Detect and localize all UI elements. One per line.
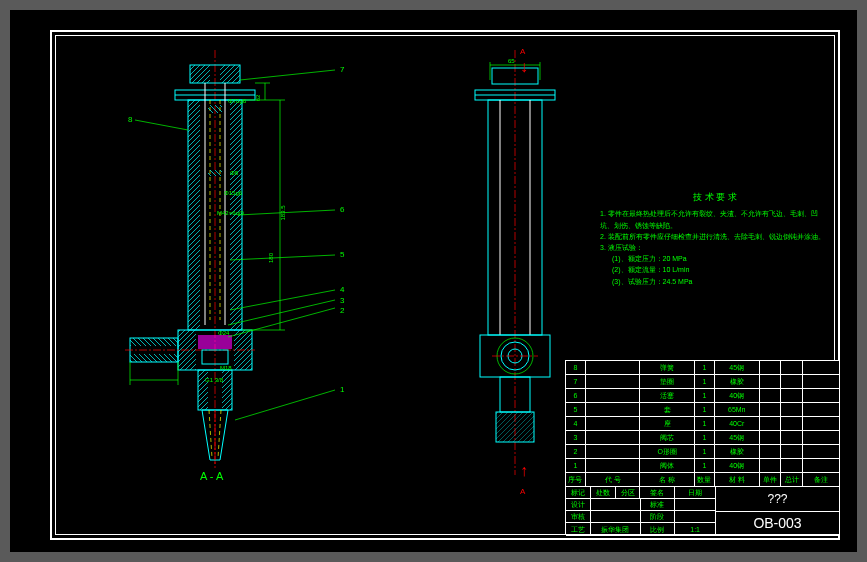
- dim-d2: 62: [255, 95, 261, 102]
- dim-d11: 65: [508, 58, 515, 64]
- technical-notes: 技 术 要 求 1. 零件在最终热处理后不允许有裂纹、夹渣、不允许有飞边、毛刺、…: [600, 190, 830, 287]
- dim-d3: Φ8: [230, 170, 238, 176]
- dim-d7: 180: [268, 253, 274, 263]
- notes-line2: 2. 装配前所有零件应仔细检查并进行清洗、去除毛刺、锐边倒钝并涂油。: [600, 231, 830, 242]
- svg-rect-7: [188, 100, 200, 330]
- notes-line3a: (1)、额定压力：20 MPa: [600, 253, 830, 264]
- section-arrow-bottom: ↑A: [520, 462, 528, 498]
- svg-rect-25: [198, 370, 208, 410]
- parts-row: 7垫圈1橡胶: [566, 375, 839, 389]
- drawing-number: OB-003: [716, 512, 839, 536]
- dim-d8: Φ24: [218, 330, 229, 336]
- leader-5: 5: [340, 250, 344, 259]
- leader-3: 3: [340, 296, 344, 305]
- notes-line3: 3. 液压试验：: [600, 242, 830, 253]
- svg-rect-19: [130, 338, 178, 346]
- hdr-note: 备注: [803, 473, 839, 486]
- parts-row: 3阀芯145钢: [566, 431, 839, 445]
- dim-d4: Φ15g6: [224, 190, 242, 196]
- svg-rect-14: [208, 170, 222, 176]
- hdr-code: 代 号: [586, 473, 641, 486]
- svg-line-36: [235, 390, 335, 420]
- section-arrow-top: A↓: [520, 40, 528, 76]
- notes-line3b: (2)、额定流量：10 L/min: [600, 264, 830, 275]
- svg-rect-2: [190, 65, 210, 83]
- hdr-wt2: 总计: [781, 473, 803, 486]
- parts-row: 6活塞140钢: [566, 389, 839, 403]
- notes-line1: 1. 零件在最终热处理后不允许有裂纹、夹渣、不允许有飞边、毛刺、凹坑、划伤、锈蚀…: [600, 208, 830, 230]
- svg-rect-20: [130, 354, 178, 362]
- svg-rect-60: [496, 412, 534, 442]
- notes-line3c: (3)、试验压力：24.5 MPa: [600, 276, 830, 287]
- cad-canvas: 7 6 5 4 3 2 1 8 Φ70g6 62 Φ8 Φ15g6 M42×6q…: [10, 10, 857, 552]
- svg-rect-22: [198, 335, 232, 349]
- svg-line-33: [230, 290, 335, 310]
- svg-rect-3: [220, 65, 240, 83]
- svg-line-37: [135, 120, 188, 130]
- leader-7: 7: [340, 65, 344, 74]
- parts-row: 8弹簧145钢: [566, 361, 839, 375]
- dim-d1: Φ70g6: [228, 98, 246, 104]
- parts-row: 5套165Mn: [566, 403, 839, 417]
- svg-line-28: [218, 410, 221, 458]
- hdr-wt1: 单件: [760, 473, 782, 486]
- svg-line-31: [238, 210, 335, 215]
- svg-rect-13: [208, 105, 222, 113]
- notes-title: 技 术 要 求: [600, 190, 830, 204]
- section-view-aa: [110, 50, 340, 480]
- hdr-name: 名 称: [640, 473, 695, 486]
- leader-1: 1: [340, 385, 344, 394]
- parts-row: 2O形圈1橡胶: [566, 445, 839, 459]
- leader-4: 4: [340, 285, 344, 294]
- product-name: ???: [716, 487, 839, 512]
- parts-row: 4座140Cr: [566, 417, 839, 431]
- side-view: [450, 50, 580, 480]
- leader-6: 6: [340, 205, 344, 214]
- hdr-no: 序号: [566, 473, 586, 486]
- leader-2: 2: [340, 306, 344, 315]
- dim-d5: M42×6q/9: [217, 210, 244, 216]
- leader-8: 8: [128, 115, 132, 124]
- title-block: 8弹簧145钢7垫圈1橡胶6活塞140钢5套165Mn4座140Cr3阀芯145…: [565, 360, 840, 535]
- section-label-aa: A - A: [200, 470, 223, 482]
- dim-d9: M18: [220, 365, 232, 371]
- hdr-qty: 数量: [695, 473, 715, 486]
- dim-d6: 183.5: [280, 205, 286, 220]
- dim-d10: G1 3/8: [205, 377, 223, 383]
- svg-line-30: [240, 70, 335, 80]
- svg-line-27: [209, 410, 212, 458]
- svg-rect-26: [222, 370, 232, 410]
- hdr-mat: 材 料: [715, 473, 760, 486]
- parts-row: 1阀体140钢: [566, 459, 839, 473]
- svg-line-32: [230, 255, 335, 260]
